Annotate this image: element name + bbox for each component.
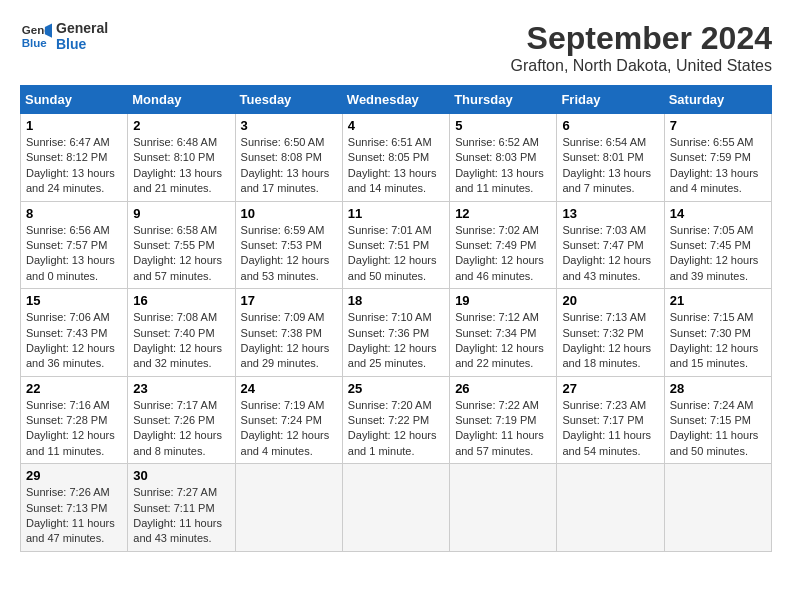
- day-info: Sunrise: 7:12 AM Sunset: 7:34 PM Dayligh…: [455, 310, 551, 372]
- day-info: Sunrise: 6:59 AM Sunset: 7:53 PM Dayligh…: [241, 223, 337, 285]
- day-number: 6: [562, 118, 658, 133]
- week-row-2: 15Sunrise: 7:06 AM Sunset: 7:43 PM Dayli…: [21, 289, 772, 377]
- calendar-cell: 3Sunrise: 6:50 AM Sunset: 8:08 PM Daylig…: [235, 114, 342, 202]
- day-info: Sunrise: 7:10 AM Sunset: 7:36 PM Dayligh…: [348, 310, 444, 372]
- day-info: Sunrise: 7:13 AM Sunset: 7:32 PM Dayligh…: [562, 310, 658, 372]
- calendar-subtitle: Grafton, North Dakota, United States: [511, 57, 772, 75]
- day-number: 11: [348, 206, 444, 221]
- calendar-cell: 19Sunrise: 7:12 AM Sunset: 7:34 PM Dayli…: [450, 289, 557, 377]
- day-info: Sunrise: 7:15 AM Sunset: 7:30 PM Dayligh…: [670, 310, 766, 372]
- day-info: Sunrise: 7:22 AM Sunset: 7:19 PM Dayligh…: [455, 398, 551, 460]
- page-header: General Blue General Blue September 2024…: [20, 20, 772, 75]
- calendar-header: SundayMondayTuesdayWednesdayThursdayFrid…: [21, 86, 772, 114]
- day-number: 17: [241, 293, 337, 308]
- calendar-cell: [557, 464, 664, 552]
- day-info: Sunrise: 7:23 AM Sunset: 7:17 PM Dayligh…: [562, 398, 658, 460]
- day-info: Sunrise: 6:47 AM Sunset: 8:12 PM Dayligh…: [26, 135, 122, 197]
- day-number: 23: [133, 381, 229, 396]
- week-row-1: 8Sunrise: 6:56 AM Sunset: 7:57 PM Daylig…: [21, 201, 772, 289]
- calendar-cell: 5Sunrise: 6:52 AM Sunset: 8:03 PM Daylig…: [450, 114, 557, 202]
- calendar-cell: [342, 464, 449, 552]
- day-number: 25: [348, 381, 444, 396]
- logo-icon: General Blue: [20, 20, 52, 52]
- day-info: Sunrise: 7:16 AM Sunset: 7:28 PM Dayligh…: [26, 398, 122, 460]
- day-info: Sunrise: 7:20 AM Sunset: 7:22 PM Dayligh…: [348, 398, 444, 460]
- day-number: 7: [670, 118, 766, 133]
- day-number: 29: [26, 468, 122, 483]
- day-info: Sunrise: 7:27 AM Sunset: 7:11 PM Dayligh…: [133, 485, 229, 547]
- day-number: 1: [26, 118, 122, 133]
- day-number: 3: [241, 118, 337, 133]
- day-info: Sunrise: 6:50 AM Sunset: 8:08 PM Dayligh…: [241, 135, 337, 197]
- day-number: 22: [26, 381, 122, 396]
- day-number: 4: [348, 118, 444, 133]
- day-number: 26: [455, 381, 551, 396]
- day-number: 30: [133, 468, 229, 483]
- day-number: 13: [562, 206, 658, 221]
- calendar-cell: 18Sunrise: 7:10 AM Sunset: 7:36 PM Dayli…: [342, 289, 449, 377]
- calendar-cell: 20Sunrise: 7:13 AM Sunset: 7:32 PM Dayli…: [557, 289, 664, 377]
- header-saturday: Saturday: [664, 86, 771, 114]
- day-info: Sunrise: 7:17 AM Sunset: 7:26 PM Dayligh…: [133, 398, 229, 460]
- day-info: Sunrise: 6:48 AM Sunset: 8:10 PM Dayligh…: [133, 135, 229, 197]
- logo: General Blue General Blue: [20, 20, 108, 52]
- calendar-cell: 28Sunrise: 7:24 AM Sunset: 7:15 PM Dayli…: [664, 376, 771, 464]
- header-thursday: Thursday: [450, 86, 557, 114]
- day-info: Sunrise: 6:52 AM Sunset: 8:03 PM Dayligh…: [455, 135, 551, 197]
- header-row: SundayMondayTuesdayWednesdayThursdayFrid…: [21, 86, 772, 114]
- day-info: Sunrise: 7:08 AM Sunset: 7:40 PM Dayligh…: [133, 310, 229, 372]
- day-info: Sunrise: 6:51 AM Sunset: 8:05 PM Dayligh…: [348, 135, 444, 197]
- title-block: September 2024 Grafton, North Dakota, Un…: [511, 20, 772, 75]
- calendar-cell: 23Sunrise: 7:17 AM Sunset: 7:26 PM Dayli…: [128, 376, 235, 464]
- calendar-cell: 17Sunrise: 7:09 AM Sunset: 7:38 PM Dayli…: [235, 289, 342, 377]
- day-number: 10: [241, 206, 337, 221]
- day-number: 28: [670, 381, 766, 396]
- header-monday: Monday: [128, 86, 235, 114]
- day-number: 24: [241, 381, 337, 396]
- calendar-cell: 12Sunrise: 7:02 AM Sunset: 7:49 PM Dayli…: [450, 201, 557, 289]
- calendar-cell: [450, 464, 557, 552]
- header-wednesday: Wednesday: [342, 86, 449, 114]
- svg-text:Blue: Blue: [22, 37, 48, 49]
- day-info: Sunrise: 7:24 AM Sunset: 7:15 PM Dayligh…: [670, 398, 766, 460]
- calendar-cell: 24Sunrise: 7:19 AM Sunset: 7:24 PM Dayli…: [235, 376, 342, 464]
- logo-line1: General: [56, 20, 108, 36]
- day-number: 9: [133, 206, 229, 221]
- day-number: 27: [562, 381, 658, 396]
- calendar-cell: 7Sunrise: 6:55 AM Sunset: 7:59 PM Daylig…: [664, 114, 771, 202]
- calendar-cell: 30Sunrise: 7:27 AM Sunset: 7:11 PM Dayli…: [128, 464, 235, 552]
- day-info: Sunrise: 7:03 AM Sunset: 7:47 PM Dayligh…: [562, 223, 658, 285]
- calendar-cell: 29Sunrise: 7:26 AM Sunset: 7:13 PM Dayli…: [21, 464, 128, 552]
- calendar-cell: 22Sunrise: 7:16 AM Sunset: 7:28 PM Dayli…: [21, 376, 128, 464]
- header-sunday: Sunday: [21, 86, 128, 114]
- calendar-cell: 27Sunrise: 7:23 AM Sunset: 7:17 PM Dayli…: [557, 376, 664, 464]
- calendar-cell: 2Sunrise: 6:48 AM Sunset: 8:10 PM Daylig…: [128, 114, 235, 202]
- calendar-cell: 16Sunrise: 7:08 AM Sunset: 7:40 PM Dayli…: [128, 289, 235, 377]
- day-number: 19: [455, 293, 551, 308]
- week-row-0: 1Sunrise: 6:47 AM Sunset: 8:12 PM Daylig…: [21, 114, 772, 202]
- day-info: Sunrise: 6:56 AM Sunset: 7:57 PM Dayligh…: [26, 223, 122, 285]
- calendar-title: September 2024: [511, 20, 772, 57]
- calendar-cell: 11Sunrise: 7:01 AM Sunset: 7:51 PM Dayli…: [342, 201, 449, 289]
- day-info: Sunrise: 7:19 AM Sunset: 7:24 PM Dayligh…: [241, 398, 337, 460]
- day-info: Sunrise: 7:05 AM Sunset: 7:45 PM Dayligh…: [670, 223, 766, 285]
- day-number: 16: [133, 293, 229, 308]
- day-number: 12: [455, 206, 551, 221]
- day-info: Sunrise: 7:02 AM Sunset: 7:49 PM Dayligh…: [455, 223, 551, 285]
- header-tuesday: Tuesday: [235, 86, 342, 114]
- day-info: Sunrise: 6:58 AM Sunset: 7:55 PM Dayligh…: [133, 223, 229, 285]
- day-number: 18: [348, 293, 444, 308]
- calendar-table: SundayMondayTuesdayWednesdayThursdayFrid…: [20, 85, 772, 552]
- day-number: 14: [670, 206, 766, 221]
- logo-line2: Blue: [56, 36, 108, 52]
- day-info: Sunrise: 7:06 AM Sunset: 7:43 PM Dayligh…: [26, 310, 122, 372]
- day-info: Sunrise: 7:01 AM Sunset: 7:51 PM Dayligh…: [348, 223, 444, 285]
- day-number: 21: [670, 293, 766, 308]
- day-info: Sunrise: 7:09 AM Sunset: 7:38 PM Dayligh…: [241, 310, 337, 372]
- calendar-cell: 4Sunrise: 6:51 AM Sunset: 8:05 PM Daylig…: [342, 114, 449, 202]
- calendar-cell: 6Sunrise: 6:54 AM Sunset: 8:01 PM Daylig…: [557, 114, 664, 202]
- header-friday: Friday: [557, 86, 664, 114]
- calendar-cell: 9Sunrise: 6:58 AM Sunset: 7:55 PM Daylig…: [128, 201, 235, 289]
- calendar-cell: 13Sunrise: 7:03 AM Sunset: 7:47 PM Dayli…: [557, 201, 664, 289]
- calendar-cell: [664, 464, 771, 552]
